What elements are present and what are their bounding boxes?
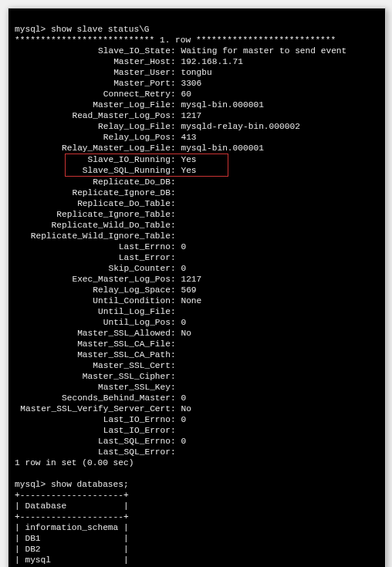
status-value: None (181, 296, 201, 305)
status-label: Replicate_Wild_Do_Table (15, 220, 171, 231)
status-label: Until_Log_Pos (15, 317, 171, 328)
status-row: Last_IO_Error: (15, 425, 379, 436)
status-row: Master_User: tongbu (15, 67, 379, 78)
status-row: Master_SSL_Verify_Server_Cert: No (15, 403, 379, 414)
status-value: 569 (181, 285, 196, 295)
status-label: Replicate_Do_DB (15, 177, 171, 187)
status-value: 0 (181, 437, 186, 446)
result-summary-1: 1 row in set (0.00 sec) (15, 458, 133, 467)
status-row: Replicate_Do_Table: (15, 198, 379, 209)
status-label: Master_User (15, 67, 171, 78)
status-row: Master_SSL_CA_File: (15, 339, 379, 349)
status-value: tongbu (181, 68, 211, 77)
colon-separator: : (171, 329, 181, 338)
colon-separator: : (171, 231, 181, 241)
status-row: Relay_Master_Log_File: mysql-bin.000001 (15, 143, 379, 154)
status-row: Relay_Log_Space: 569 (15, 285, 379, 295)
colon-separator: : (171, 57, 181, 66)
status-row: Master_SSL_Allowed: No (15, 328, 379, 339)
table-border-mid: +--------------------+ (15, 512, 129, 521)
terminal-window: mysql> show slave status\G *************… (8, 8, 386, 567)
status-row: Replicate_Do_DB: (15, 177, 379, 187)
colon-separator: : (171, 253, 181, 262)
status-value: mysql-bin.000001 (181, 100, 263, 110)
status-label: Master_SSL_Cert (15, 360, 171, 371)
status-label: Master_Port (15, 78, 171, 89)
status-label: Relay_Master_Log_File (15, 143, 171, 154)
colon-separator: : (171, 264, 181, 273)
status-row: Relay_Log_Pos: 413 (15, 132, 379, 143)
status-value: mysqld-relay-bin.000002 (181, 122, 299, 131)
status-row: Replicate_Ignore_Table: (15, 209, 379, 220)
colon-separator: : (171, 221, 181, 230)
status-value: No (181, 404, 191, 413)
status-value: 0 (181, 264, 186, 273)
mysql-prompt-command-2: mysql> show databases; (15, 480, 129, 489)
colon-separator: : (171, 372, 181, 381)
status-row: Master_Host: 192.168.1.71 (15, 56, 379, 67)
status-row: Exec_Master_Log_Pos: 1217 (15, 274, 379, 285)
status-label: Last_IO_Error (15, 425, 171, 436)
status-row: Until_Condition: None (15, 295, 379, 306)
colon-separator: : (171, 122, 181, 131)
status-row: Master_SSL_Cipher: (15, 371, 379, 382)
table-row: | DB1 | (15, 534, 129, 543)
status-row: Last_SQL_Error: (15, 447, 379, 457)
colon-separator: : (171, 275, 181, 284)
status-row: Slave_IO_State: Waiting for master to se… (15, 46, 379, 56)
status-value: No (181, 329, 191, 338)
status-label: Exec_Master_Log_Pos (15, 274, 171, 285)
status-label: Replicate_Wild_Ignore_Table (15, 231, 171, 241)
colon-separator: : (171, 210, 181, 219)
status-label: Master_SSL_Verify_Server_Cert (15, 403, 171, 414)
status-label: Last_Error (15, 252, 171, 263)
status-label: Master_Log_File (15, 100, 171, 110)
colon-separator: : (171, 361, 181, 370)
status-label: Relay_Log_File (15, 121, 171, 132)
colon-separator: : (171, 242, 181, 251)
status-label: Slave_IO_State (15, 46, 171, 56)
table-row: | information_schema | (15, 523, 129, 532)
status-value: 0 (181, 318, 186, 327)
status-row: Master_SSL_Key: (15, 382, 379, 393)
status-row: Master_Port: 3306 (15, 78, 379, 89)
colon-separator: : (171, 404, 181, 413)
status-row: Master_Log_File: mysql-bin.000001 (15, 100, 379, 110)
status-label: Slave_IO_Running (66, 154, 171, 165)
colon-separator: : (171, 166, 181, 175)
status-row: Master_SSL_Cert: (15, 360, 379, 371)
status-row: Replicate_Wild_Ignore_Table: (15, 231, 379, 241)
colon-separator: : (171, 285, 181, 295)
status-label: Master_SSL_Allowed (15, 328, 171, 339)
status-row: Replicate_Ignore_DB: (15, 187, 379, 198)
colon-separator: : (171, 143, 181, 153)
table-row: | mysql | (15, 555, 129, 565)
row-separator: *************************** 1. row *****… (15, 35, 336, 45)
highlighted-status-box: Slave_IO_Running: YesSlave_SQL_Running: … (65, 154, 228, 177)
colon-separator: : (171, 447, 181, 457)
status-value: 60 (181, 89, 191, 99)
status-value: 0 (181, 393, 186, 403)
status-value: 0 (181, 415, 186, 424)
colon-separator: : (171, 383, 181, 392)
status-row: Replicate_Wild_Do_Table: (15, 220, 379, 231)
colon-separator: : (171, 437, 181, 446)
status-label: Connect_Retry (15, 89, 171, 100)
colon-separator: : (171, 350, 181, 359)
colon-separator: : (171, 339, 181, 349)
colon-separator: : (171, 177, 181, 187)
table-border-top: +--------------------+ (15, 491, 129, 500)
status-row: Connect_Retry: 60 (15, 89, 379, 100)
colon-separator: : (171, 318, 181, 327)
status-label: Replicate_Ignore_DB (15, 187, 171, 198)
database-rows: | information_schema | | DB1 | | DB2 | |… (15, 522, 379, 565)
status-label: Master_SSL_Cipher (15, 371, 171, 382)
status-label: Read_Master_Log_Pos (15, 110, 171, 121)
status-label: Last_Errno (15, 241, 171, 252)
status-value: 0 (181, 242, 186, 251)
terminal-output: mysql> show slave status\G *************… (8, 8, 385, 567)
colon-separator: : (171, 46, 181, 56)
status-label: Master_SSL_CA_Path (15, 349, 171, 360)
status-value: 3306 (181, 79, 201, 88)
status-row: Until_Log_File: (15, 306, 379, 317)
